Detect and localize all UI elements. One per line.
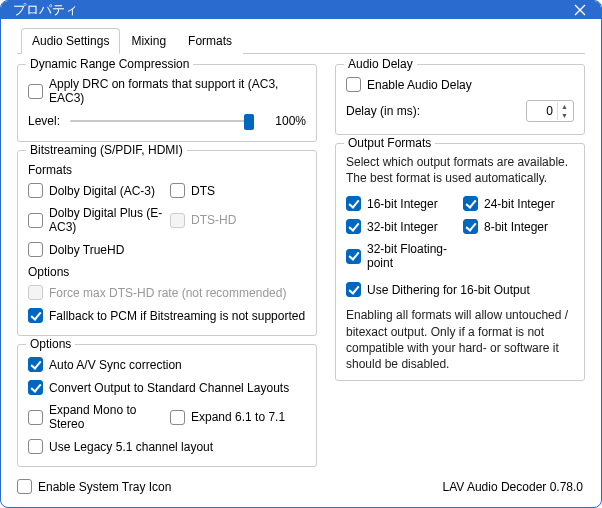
close-button[interactable]: [571, 1, 589, 19]
group-audio-delay: Audio Delay Enable Audio Delay Delay (in…: [335, 64, 585, 135]
label-eac3[interactable]: Dolby Digital Plus (E-AC3): [49, 206, 164, 234]
checkbox-dts[interactable]: [170, 183, 185, 198]
tab-audio-settings[interactable]: Audio Settings: [21, 28, 120, 54]
properties-dialog: プロパティ Audio Settings Mixing Formats Dyna…: [0, 0, 602, 508]
group-bitstreaming: Bitstreaming (S/PDIF, HDMI) Formats Dolb…: [17, 150, 317, 336]
spinner-delay[interactable]: ▲▼: [526, 100, 574, 122]
checkbox-legacy51[interactable]: [28, 439, 43, 454]
group-drc: Dynamic Range Compression Apply DRC on f…: [17, 64, 317, 142]
label-enable-delay[interactable]: Enable Audio Delay: [367, 78, 472, 92]
label-tray-icon[interactable]: Enable System Tray Icon: [38, 480, 171, 494]
checkbox-dtshd: [170, 213, 185, 228]
label-bs-options: Options: [28, 265, 306, 279]
legend-bitstreaming: Bitstreaming (S/PDIF, HDMI): [26, 143, 187, 157]
label-apply-drc[interactable]: Apply DRC on formats that support it (AC…: [49, 77, 306, 105]
label-delay-ms: Delay (in ms):: [346, 104, 420, 118]
checkbox-autosync[interactable]: [28, 357, 43, 372]
legend-output-formats: Output Formats: [344, 136, 435, 150]
version-label: LAV Audio Decoder 0.78.0: [442, 480, 583, 494]
label-32bit-int[interactable]: 32-bit Integer: [367, 220, 438, 234]
spin-up-icon[interactable]: ▲: [558, 102, 571, 111]
label-legacy51[interactable]: Use Legacy 5.1 channel layout: [49, 440, 213, 454]
label-convert-layout[interactable]: Convert Output to Standard Channel Layou…: [49, 381, 289, 395]
label-32bit-fp[interactable]: 32-bit Floating-point: [367, 242, 457, 270]
checkbox-enable-delay[interactable]: [346, 77, 361, 92]
checkbox-ac3[interactable]: [28, 183, 43, 198]
input-delay[interactable]: [527, 104, 557, 118]
checkbox-eac3[interactable]: [28, 213, 43, 228]
label-16bit-int[interactable]: 16-bit Integer: [367, 197, 438, 211]
checkbox-apply-drc[interactable]: [28, 84, 43, 99]
titlebar: プロパティ: [1, 1, 601, 19]
checkbox-dithering[interactable]: [346, 282, 361, 297]
label-8bit-int[interactable]: 8-bit Integer: [484, 220, 548, 234]
checkbox-16bit-int[interactable]: [346, 196, 361, 211]
label-expand-61[interactable]: Expand 6.1 to 7.1: [191, 410, 285, 424]
note-output-formats: Enabling all formats will allow untouche…: [346, 307, 574, 372]
checkbox-expand-mono[interactable]: [28, 410, 43, 425]
group-options: Options Auto A/V Sync correction Convert…: [17, 344, 317, 467]
label-force-dtshd: Force max DTS-HD rate (not recommended): [49, 286, 286, 300]
label-fallback-pcm[interactable]: Fallback to PCM if Bitstreaming is not s…: [49, 309, 305, 323]
slider-drc-level[interactable]: [70, 111, 254, 131]
legend-audio-delay: Audio Delay: [344, 57, 417, 71]
label-24bit-int[interactable]: 24-bit Integer: [484, 197, 555, 211]
group-output-formats: Output Formats Select which output forma…: [335, 143, 585, 381]
checkbox-truehd[interactable]: [28, 242, 43, 257]
tab-mixing[interactable]: Mixing: [120, 28, 177, 54]
label-drc-level: Level:: [28, 114, 60, 128]
label-expand-mono[interactable]: Expand Mono to Stereo: [49, 403, 164, 431]
checkbox-force-dtshd: [28, 285, 43, 300]
legend-options: Options: [26, 337, 75, 351]
checkbox-32bit-fp[interactable]: [346, 249, 361, 264]
checkbox-tray-icon[interactable]: [17, 479, 32, 494]
label-dithering[interactable]: Use Dithering for 16-bit Output: [367, 283, 530, 297]
tab-strip: Audio Settings Mixing Formats: [17, 27, 585, 54]
label-truehd[interactable]: Dolby TrueHD: [49, 243, 124, 257]
desc-output-formats: Select which output formats are availabl…: [346, 154, 574, 186]
window-title: プロパティ: [13, 1, 571, 19]
button-bar: OK キャンセル 適用(A): [1, 502, 601, 508]
checkbox-fallback-pcm[interactable]: [28, 308, 43, 323]
label-formats: Formats: [28, 163, 306, 177]
slider-thumb[interactable]: [244, 114, 254, 130]
tab-formats[interactable]: Formats: [177, 28, 243, 54]
label-dts[interactable]: DTS: [191, 184, 215, 198]
checkbox-24bit-int[interactable]: [463, 196, 478, 211]
label-autosync[interactable]: Auto A/V Sync correction: [49, 358, 182, 372]
checkbox-32bit-int[interactable]: [346, 219, 361, 234]
checkbox-8bit-int[interactable]: [463, 219, 478, 234]
label-dtshd: DTS-HD: [191, 213, 236, 227]
checkbox-convert-layout[interactable]: [28, 380, 43, 395]
spin-down-icon[interactable]: ▼: [558, 111, 571, 120]
value-drc-level: 100%: [264, 114, 306, 128]
checkbox-expand-61[interactable]: [170, 410, 185, 425]
legend-drc: Dynamic Range Compression: [26, 57, 193, 71]
label-ac3[interactable]: Dolby Digital (AC-3): [49, 184, 155, 198]
